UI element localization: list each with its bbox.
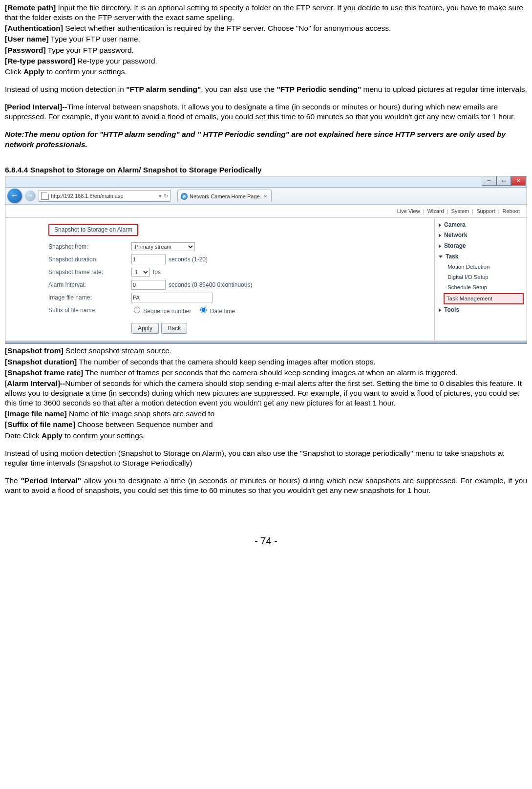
- page-icon: [41, 192, 49, 200]
- minimize-button[interactable]: ─: [482, 176, 496, 186]
- sidebar-item-schedule-setup[interactable]: Schedule Setup: [435, 282, 527, 293]
- hint-duration: seconds (1-20): [169, 256, 208, 264]
- tab-title: Network Camera Home Page: [190, 193, 260, 200]
- nav-live-view[interactable]: Live View: [397, 208, 420, 214]
- forward-button[interactable]: →: [25, 191, 36, 201]
- sidebar-item-storage[interactable]: Storage: [435, 241, 527, 252]
- para-password: [Password] Type your FTP password.: [5, 45, 527, 55]
- browser-tab[interactable]: e Network Camera Home Page ×: [177, 190, 272, 202]
- address-bar[interactable]: http://192.168.1.8/en/main.asp ▾ ↻: [39, 190, 170, 202]
- sidebar-item-network[interactable]: Network: [435, 230, 527, 241]
- para-storage-periodically: Instead of using motion detection (Snaps…: [5, 448, 527, 468]
- window-titlebar: ─ ▭ ✕: [5, 176, 527, 188]
- browser-screenshot: ─ ▭ ✕ ← → http://192.168.1.8/en/main.asp…: [5, 176, 527, 344]
- para-period-interval: [[Period Interval]--Period Interval]--Ti…: [5, 102, 527, 122]
- para-alarm-interval: [Alarm Interval]--Number of seconds for …: [5, 379, 527, 408]
- back-button-form[interactable]: Back: [161, 323, 187, 334]
- para-period-interval-2: The "Period Interval" allow you to desig…: [5, 476, 527, 495]
- sidebar-item-motion-detection[interactable]: Motion Detection: [435, 262, 527, 272]
- label-alarm-interval: Alarm interval:: [35, 281, 131, 289]
- chevron-right-icon: [439, 223, 441, 227]
- radio-sequence-number[interactable]: Sequence number: [131, 305, 191, 316]
- para-suffix-filename: [Suffix of file name] Choose between Seq…: [5, 420, 527, 429]
- address-row: ← → http://192.168.1.8/en/main.asp ▾ ↻ e…: [5, 188, 527, 205]
- nav-reboot[interactable]: Reboot: [503, 208, 520, 214]
- label-framerate: Snapshot frame rate:: [35, 269, 131, 277]
- side-panel: Camera Network Storage Task Motion Detec…: [434, 218, 527, 341]
- sidebar-item-task-management[interactable]: Task Management: [444, 293, 524, 304]
- chevron-right-icon: [439, 308, 441, 312]
- para-snapshot-from: [Snapshot from] Select snapshot stream s…: [5, 346, 527, 356]
- nav-support[interactable]: Support: [476, 208, 495, 214]
- chevron-right-icon: [439, 244, 441, 248]
- panel-title-highlight: Snapshot to Storage on Alarm: [48, 224, 138, 236]
- section-heading: 6.8.4.4 Snapshot to Storage on Alarm/ Sn…: [5, 165, 527, 175]
- para-image-filename: [Image file name] Name of file image sna…: [5, 409, 527, 419]
- sidebar-item-tools[interactable]: Tools: [435, 305, 527, 316]
- sidebar-item-camera[interactable]: Camera: [435, 220, 527, 231]
- para-remote-path: [Remote path] Input the file directory. …: [5, 3, 527, 22]
- para-snapshot-duration: [Snapshot duration] The number of second…: [5, 357, 527, 367]
- hint-framerate: fps: [153, 269, 161, 277]
- refresh-icon[interactable]: ↻: [164, 192, 168, 199]
- para-snapshot-framerate: [Snapshot frame rate] The number of fram…: [5, 368, 527, 378]
- para-retype-password: [Re-type password] Re-type your password…: [5, 56, 527, 66]
- nav-wizard[interactable]: Wizard: [427, 208, 444, 214]
- para-click-apply-1: Click Apply to confirm your settings.: [5, 67, 527, 77]
- para-authentication: [Authentication] Select whether authenti…: [5, 23, 527, 33]
- close-button[interactable]: ✕: [511, 176, 526, 186]
- main-panel: Snapshot to Storage on Alarm Snapshot fr…: [5, 218, 434, 341]
- tab-close-icon[interactable]: ×: [264, 193, 267, 201]
- label-filename: Image file name:: [35, 294, 131, 302]
- window-border-bottom: [5, 341, 527, 343]
- ie-icon: e: [181, 193, 188, 200]
- chevron-right-icon: [439, 234, 441, 237]
- dropdown-icon[interactable]: ▾: [159, 192, 162, 199]
- input-duration[interactable]: [131, 255, 166, 264]
- url-text: http://192.168.1.8/en/main.asp: [51, 192, 124, 199]
- input-filename[interactable]: [131, 293, 213, 302]
- back-button[interactable]: ←: [7, 189, 22, 203]
- sidebar-item-task[interactable]: Task: [435, 252, 527, 262]
- para-ftp-periodic: Instead of using motion detection in "FT…: [5, 85, 527, 94]
- maximize-button[interactable]: ▭: [496, 176, 511, 186]
- input-alarm-interval[interactable]: [131, 280, 166, 290]
- page-number: - 74 -: [5, 534, 527, 547]
- radio-date-time[interactable]: Date time: [198, 305, 235, 316]
- label-duration: Snapshot duration:: [35, 256, 131, 264]
- select-snapshot-from[interactable]: Primary stream: [131, 242, 195, 251]
- label-suffix: Suffix of file name:: [35, 307, 131, 315]
- sidebar-item-digital-io[interactable]: Digital I/O Setup: [435, 272, 527, 282]
- para-username: [User name] Type your FTP user name.: [5, 34, 527, 44]
- chevron-down-icon: [439, 256, 443, 258]
- para-note-http: Note:The menu option for "HTTP alarm sen…: [5, 129, 527, 149]
- nav-system[interactable]: System: [451, 208, 469, 214]
- top-nav: Live View| Wizard| System| Support| Rebo…: [5, 205, 527, 218]
- select-framerate[interactable]: 1: [131, 268, 150, 277]
- label-snapshot-from: Snapshot from:: [35, 243, 131, 251]
- hint-alarm-interval: seconds (0-86400 0:continuous): [169, 281, 252, 289]
- para-click-apply-2: Date Click Apply to confirm your setting…: [5, 431, 527, 441]
- apply-button[interactable]: Apply: [131, 323, 159, 334]
